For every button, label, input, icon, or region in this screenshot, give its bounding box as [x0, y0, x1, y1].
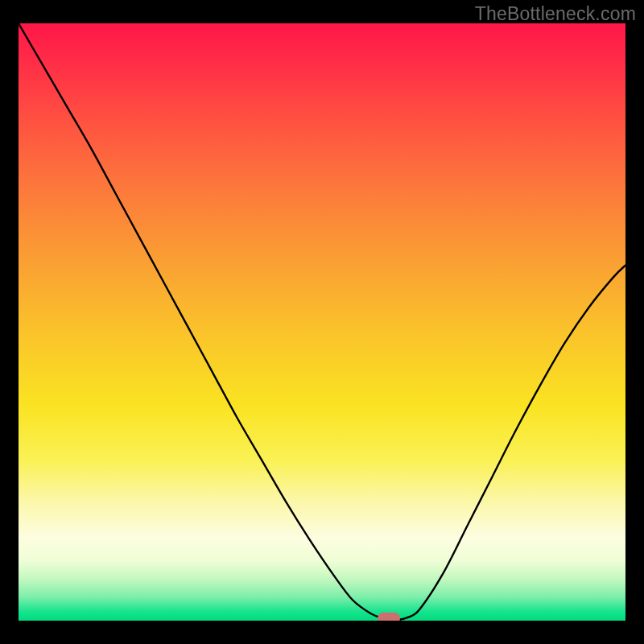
chart-frame: TheBottleneck.com: [0, 0, 644, 644]
minimum-marker: [378, 613, 400, 621]
watermark-text: TheBottleneck.com: [475, 3, 636, 25]
bottleneck-curve: [19, 23, 625, 621]
curve-path: [19, 23, 625, 620]
plot-area: [19, 23, 625, 621]
